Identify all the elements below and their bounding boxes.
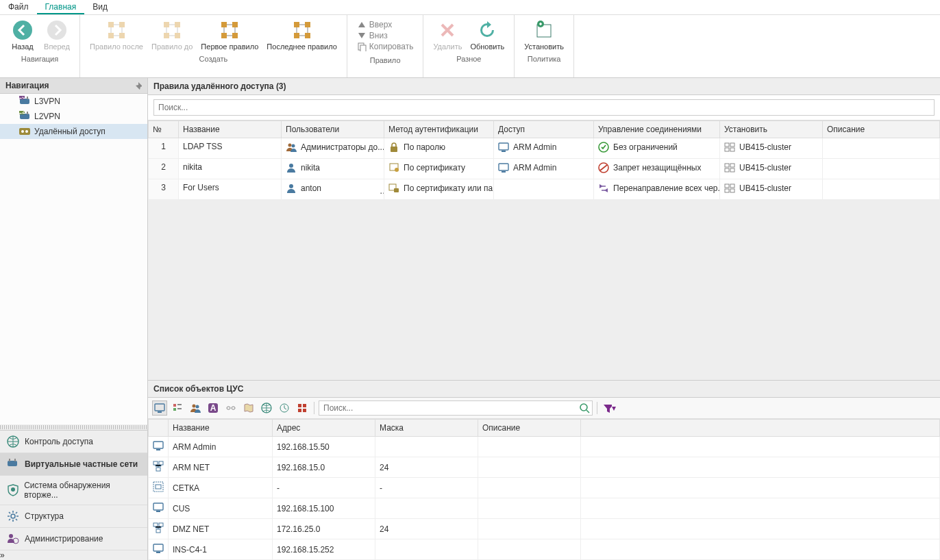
object-row[interactable]: СЕТКА--: [149, 478, 940, 498]
move-up-button[interactable]: Вверх: [356, 19, 415, 30]
footnav-ids[interactable]: Система обнаружения вторже...: [0, 476, 147, 505]
blank-area: [148, 200, 940, 380]
list-icon: [172, 403, 183, 413]
nav-title: Навигация: [5, 81, 49, 90]
user-icon: [286, 162, 297, 173]
object-row[interactable]: DMZ NET172.16.25.024: [149, 519, 940, 539]
node-icon: [19, 126, 30, 137]
obj-kind-icon: [153, 522, 164, 533]
object-row[interactable]: INS-C4-1192.168.15.252: [149, 539, 940, 560]
tb-link[interactable]: [223, 400, 238, 416]
ocol-mask[interactable]: Маска: [375, 420, 478, 437]
footnav-struct[interactable]: Структура: [0, 505, 147, 528]
footnav-admin[interactable]: Администрирование: [0, 528, 147, 550]
tb-list[interactable]: [170, 400, 185, 416]
conn-icon: [598, 183, 609, 194]
users-icon: [190, 403, 201, 413]
svg-rect-58: [298, 409, 301, 412]
col-name[interactable]: Название: [179, 121, 282, 138]
footnav-label: Структура: [25, 511, 64, 521]
tb-a[interactable]: A: [206, 400, 221, 416]
last-rule-button[interactable]: Последнее правило: [262, 18, 341, 52]
svg-rect-57: [303, 404, 306, 407]
tb-clock[interactable]: [277, 400, 292, 416]
nav-back-button[interactable]: Назад: [5, 18, 40, 52]
rule-row[interactable]: 3For UsersantonПользователи доменаПо сер…: [149, 179, 940, 200]
triangle-up-icon: [357, 20, 367, 29]
object-row[interactable]: CUS192.168.15.100: [149, 498, 940, 519]
tb-globe[interactable]: [259, 400, 274, 416]
tree-l3[interactable]: L3L3VPN: [0, 94, 147, 109]
svg-rect-47: [173, 404, 176, 407]
col-auth[interactable]: Метод аутентификации: [384, 121, 494, 138]
ocol-name[interactable]: Название: [169, 420, 273, 437]
filter-button[interactable]: ▾: [602, 400, 617, 416]
splitter-grip[interactable]: [0, 425, 147, 429]
auth-icon: [388, 142, 399, 153]
menu-file[interactable]: Файл: [0, 0, 37, 14]
grid-icon: [297, 403, 308, 413]
menu-view[interactable]: Вид: [84, 0, 116, 14]
auth-icon: [388, 183, 399, 194]
objects-search-input[interactable]: [319, 400, 593, 416]
user-icon: [286, 183, 297, 194]
globe-icon: [261, 403, 272, 413]
tree-label: Удалённый доступ: [34, 127, 106, 136]
nav-fwd-button[interactable]: Вперед: [40, 18, 74, 52]
col-users[interactable]: Пользователи: [282, 121, 384, 138]
obj-kind-icon: [153, 481, 164, 492]
rules-search-input[interactable]: [153, 99, 935, 116]
nav-toggle[interactable]: »: [0, 550, 147, 560]
node-icon: L2: [19, 111, 30, 122]
footnav-vpn[interactable]: Виртуальные частные сети: [0, 453, 147, 476]
footnav-icon: [7, 533, 19, 545]
rule-row[interactable]: 2nikitanikitaПо сертификатуARM AdminЗапр…: [149, 159, 940, 179]
group-misc-label: Разное: [456, 52, 481, 63]
first-rule-button[interactable]: Первое правило: [197, 18, 262, 52]
col-desc[interactable]: Описание: [823, 121, 940, 138]
install-button[interactable]: Установить: [520, 18, 568, 52]
rule-icon: [291, 19, 313, 41]
svg-rect-53: [227, 407, 230, 409]
group-policy-label: Политика: [528, 52, 561, 63]
svg-text:A: A: [210, 403, 217, 413]
rule-before-button[interactable]: Правило до: [147, 18, 197, 52]
ocol-addr[interactable]: Адрес: [273, 420, 375, 437]
col-access[interactable]: Доступ: [494, 121, 594, 138]
menu-main[interactable]: Главная: [37, 0, 85, 14]
ocol-desc[interactable]: Описание: [478, 420, 581, 437]
delete-button[interactable]: Удалить: [429, 18, 466, 52]
copy-button[interactable]: Копировать: [356, 41, 415, 52]
rule-icon: [219, 19, 240, 41]
tb-map[interactable]: [241, 400, 256, 416]
pin-icon[interactable]: [134, 81, 142, 90]
tree-ra[interactable]: Удалённый доступ: [0, 124, 147, 139]
refresh-button[interactable]: Обновить: [466, 18, 508, 52]
svg-rect-54: [232, 407, 235, 409]
search-icon[interactable]: [579, 403, 590, 413]
rule-row[interactable]: 1LDAP TSSАдминистраторы до...По паролюAR…: [149, 138, 940, 159]
objects-title: Список объектов ЦУС: [148, 381, 940, 398]
col-install[interactable]: Установить: [720, 121, 823, 138]
svg-rect-59: [303, 409, 306, 412]
footnav-access[interactable]: Контроль доступа: [0, 431, 147, 453]
object-row[interactable]: ARM Admin192.168.15.50: [149, 437, 940, 457]
cluster-icon: [724, 142, 735, 153]
clock-icon: [279, 403, 290, 413]
cluster-icon: [724, 183, 735, 194]
auth-icon: [388, 162, 399, 173]
object-row[interactable]: ARM NET192.168.15.024: [149, 457, 940, 478]
rule-after-button[interactable]: Правило после: [86, 18, 147, 52]
tb-pc[interactable]: [152, 400, 167, 416]
col-conn[interactable]: Управление соединениями: [594, 121, 720, 138]
triangle-down-icon: [357, 31, 367, 40]
tb-grid[interactable]: [295, 400, 310, 416]
move-down-button[interactable]: Вниз: [356, 30, 415, 41]
cluster-icon: [724, 162, 735, 173]
tb-users[interactable]: [188, 400, 203, 416]
footnav-label: Виртуальные частные сети: [25, 459, 138, 469]
svg-rect-50: [177, 408, 182, 409]
tree-l2[interactable]: L2L2VPN: [0, 109, 147, 124]
col-num[interactable]: №: [149, 121, 179, 138]
ocol-icon[interactable]: [149, 420, 169, 437]
